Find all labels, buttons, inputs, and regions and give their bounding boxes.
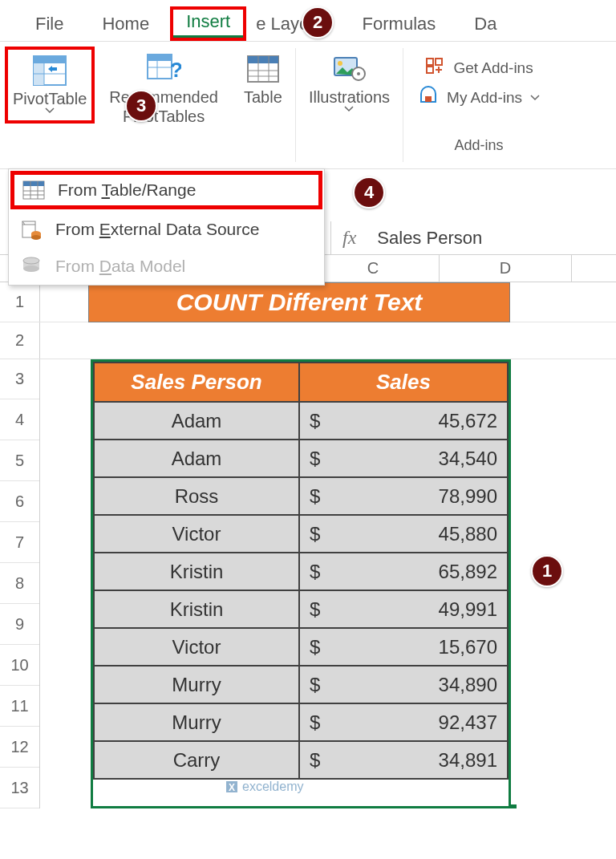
cell-sales[interactable]: $45,880 bbox=[299, 515, 508, 553]
table-icon bbox=[244, 51, 282, 87]
illustrations-button[interactable]: Illustrations bbox=[304, 48, 395, 115]
row-header[interactable]: 10 bbox=[0, 645, 39, 686]
cell-salesperson[interactable]: Murry bbox=[94, 703, 299, 741]
cell-sales[interactable]: $49,991 bbox=[299, 590, 508, 628]
chevron-down-icon bbox=[45, 107, 55, 114]
pivottable-icon bbox=[30, 53, 69, 88]
row-header[interactable]: 12 bbox=[0, 727, 39, 768]
group-tables-pivot: PivotTable bbox=[5, 48, 96, 162]
table-row[interactable]: Adam$45,672 bbox=[94, 402, 508, 440]
tab-file[interactable]: File bbox=[16, 9, 83, 39]
from-data-model-item: From Data Model bbox=[9, 248, 324, 285]
cell-sales[interactable]: $34,540 bbox=[299, 440, 508, 477]
col-header-c[interactable]: C bbox=[307, 255, 440, 282]
cell-sales[interactable]: $34,890 bbox=[299, 666, 508, 703]
row-header[interactable]: 1 bbox=[0, 282, 40, 322]
row-header[interactable]: 13 bbox=[0, 768, 39, 808]
row-header[interactable]: 4 bbox=[0, 399, 39, 440]
tab-data-partial[interactable]: Da bbox=[455, 9, 496, 39]
pivottable-dropdown: From Table/Range From External Data Sour… bbox=[8, 168, 325, 286]
cell-salesperson[interactable]: Ross bbox=[94, 477, 299, 515]
cell-sales[interactable]: $65,892 bbox=[299, 553, 508, 590]
svg-rect-21 bbox=[436, 59, 442, 65]
get-addins-button[interactable]: Get Add-ins bbox=[424, 53, 533, 83]
svg-rect-22 bbox=[427, 67, 433, 73]
cell-salesperson[interactable]: Kristin bbox=[94, 590, 299, 628]
col-header-d[interactable]: D bbox=[440, 255, 572, 282]
table-button[interactable]: Table bbox=[239, 48, 287, 109]
row-header[interactable]: 11 bbox=[0, 686, 39, 727]
table-header-salesperson[interactable]: Sales Person bbox=[94, 363, 299, 402]
annotation-badge-2: 2 bbox=[302, 6, 334, 38]
tab-insert-highlight: Insert bbox=[170, 6, 246, 41]
data-table-selection[interactable]: Sales Person Sales Adam$45,672Adam$34,54… bbox=[91, 359, 511, 808]
table-row[interactable]: Ross$78,990 bbox=[94, 477, 508, 515]
table-label: Table bbox=[244, 88, 282, 106]
addins-group-label: Add-ins bbox=[455, 137, 504, 157]
cell-sales[interactable]: $78,990 bbox=[299, 477, 508, 515]
cell-salesperson[interactable]: Victor bbox=[94, 515, 299, 553]
from-table-range-label: From Table/Range bbox=[58, 180, 196, 200]
formula-value[interactable]: Sales Person bbox=[367, 228, 492, 249]
recommended-pivottables-icon: ? bbox=[144, 51, 183, 87]
selection-fill-handle[interactable] bbox=[509, 804, 517, 808]
cell-salesperson[interactable]: Adam bbox=[94, 440, 299, 477]
svg-rect-6 bbox=[148, 55, 172, 61]
from-external-data-label: From External Data Source bbox=[55, 220, 259, 239]
tab-home[interactable]: Home bbox=[83, 9, 168, 39]
row-header[interactable]: 5 bbox=[0, 440, 39, 481]
row-header[interactable]: 3 bbox=[0, 359, 39, 399]
group-illustrations: Illustrations bbox=[296, 48, 403, 162]
cell-sales[interactable]: $45,672 bbox=[299, 402, 508, 440]
table-row[interactable]: Adam$34,540 bbox=[94, 440, 508, 477]
from-external-data-item[interactable]: From External Data Source bbox=[9, 211, 324, 248]
tab-insert[interactable]: Insert bbox=[173, 10, 243, 34]
cell-sales[interactable]: $34,891 bbox=[299, 741, 508, 779]
pivottable-highlight: PivotTable bbox=[5, 47, 95, 124]
table-row[interactable]: Murry$34,890 bbox=[94, 666, 508, 703]
ribbon-body: PivotTable ? Recommended PivotTables Tab… bbox=[0, 42, 616, 169]
table-row[interactable]: Victor$45,880 bbox=[94, 515, 508, 553]
annotation-badge-1: 1 bbox=[531, 555, 563, 587]
cell-salesperson[interactable]: Murry bbox=[94, 666, 299, 703]
group-addins: Get Add-ins My Add-ins Add-ins bbox=[403, 48, 554, 162]
row-header[interactable]: 6 bbox=[0, 481, 39, 522]
svg-text:?: ? bbox=[170, 58, 181, 82]
fx-button[interactable]: fx bbox=[330, 221, 367, 254]
table-header-sales[interactable]: Sales bbox=[299, 363, 508, 402]
from-table-range-item[interactable]: From Table/Range bbox=[10, 171, 322, 209]
svg-rect-23 bbox=[425, 96, 432, 102]
pivottable-button[interactable]: PivotTable bbox=[8, 50, 91, 117]
cell-salesperson[interactable]: Adam bbox=[94, 402, 299, 440]
cell-salesperson[interactable]: Carry bbox=[94, 741, 299, 779]
row-header[interactable]: 8 bbox=[0, 563, 39, 604]
table-range-icon bbox=[22, 180, 45, 201]
svg-rect-1 bbox=[34, 56, 66, 63]
worksheet-grid: 1 COUNT Different Text 2 bbox=[0, 282, 616, 359]
watermark: X exceldemy bbox=[225, 780, 303, 794]
cell-sales[interactable]: $15,670 bbox=[299, 628, 508, 666]
row-header[interactable]: 9 bbox=[0, 604, 39, 645]
get-addins-label: Get Add-ins bbox=[453, 59, 533, 77]
svg-text:X: X bbox=[229, 782, 235, 793]
tab-formulas[interactable]: Formulas bbox=[343, 9, 456, 39]
recommended-pivottables-button[interactable]: ? Recommended PivotTables bbox=[104, 48, 223, 128]
cell-sales[interactable]: $92,437 bbox=[299, 703, 508, 741]
tab-active-underline bbox=[173, 35, 243, 38]
row-header[interactable]: 2 bbox=[0, 322, 40, 359]
table-row[interactable]: Carry$34,891 bbox=[94, 741, 508, 779]
table-row[interactable]: Victor$15,670 bbox=[94, 628, 508, 666]
cell-salesperson[interactable]: Victor bbox=[94, 628, 299, 666]
illustrations-label: Illustrations bbox=[309, 88, 390, 106]
row-header[interactable]: 7 bbox=[0, 522, 39, 563]
group-tables-table: Table bbox=[231, 48, 296, 162]
table-row[interactable]: Kristin$65,892 bbox=[94, 553, 508, 590]
annotation-badge-3: 3 bbox=[125, 90, 157, 122]
cell-salesperson[interactable]: Kristin bbox=[94, 553, 299, 590]
my-addins-button[interactable]: My Add-ins bbox=[418, 83, 540, 112]
my-addins-label: My Add-ins bbox=[447, 89, 522, 107]
table-row[interactable]: Murry$92,437 bbox=[94, 703, 508, 741]
table-row[interactable]: Kristin$49,991 bbox=[94, 590, 508, 628]
pivottable-label: PivotTable bbox=[13, 90, 87, 107]
data-model-icon bbox=[20, 256, 43, 277]
